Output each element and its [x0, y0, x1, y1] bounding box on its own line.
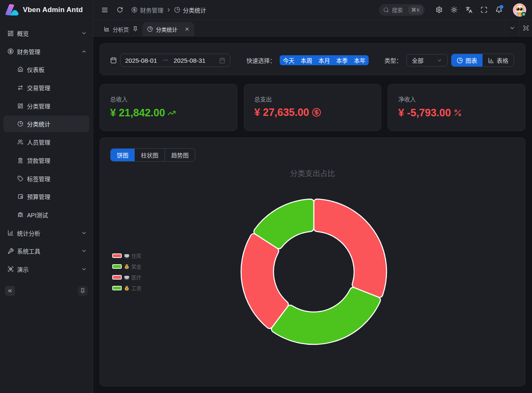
- svg-text:$: $: [126, 287, 128, 290]
- svg-text:$: $: [126, 265, 128, 268]
